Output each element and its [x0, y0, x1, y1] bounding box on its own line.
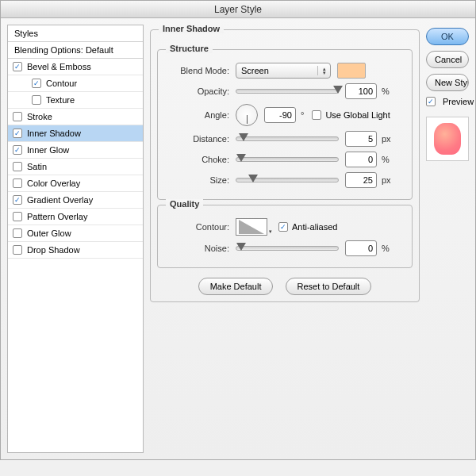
style-label: Contour: [46, 79, 77, 88]
style-label: Bevel & Emboss: [27, 62, 91, 71]
cancel-button[interactable]: Cancel: [426, 51, 469, 68]
contour-icon: [239, 220, 264, 234]
main-panel: Inner Shadow Structure Blend Mode: Scree…: [150, 25, 420, 453]
slider-thumb[interactable]: [248, 175, 258, 182]
style-item-color-overlay[interactable]: Color Overlay: [8, 175, 143, 192]
style-item-stroke[interactable]: Stroke: [8, 109, 143, 125]
blend-mode-label: Blend Mode:: [164, 66, 236, 75]
contour-label: Contour:: [164, 222, 236, 232]
new-style-button[interactable]: New Style...: [426, 74, 469, 91]
style-label: Inner Shadow: [27, 129, 81, 138]
titlebar: Layer Style: [1, 1, 475, 18]
noise-unit: %: [382, 244, 390, 253]
use-global-light-checkbox[interactable]: [312, 110, 321, 120]
choke-input[interactable]: [345, 152, 377, 167]
slider-thumb[interactable]: [236, 243, 246, 251]
style-checkbox[interactable]: [13, 212, 22, 221]
styles-header[interactable]: Styles: [8, 25, 143, 42]
style-checkbox[interactable]: [13, 195, 22, 205]
opacity-input[interactable]: [345, 83, 377, 99]
blend-mode-value: Screen: [241, 66, 269, 75]
style-label: Texture: [46, 95, 75, 105]
style-checkbox[interactable]: [13, 245, 22, 255]
styles-list: Bevel & EmbossContourTextureStrokeInner …: [8, 59, 143, 259]
distance-unit: px: [382, 134, 391, 144]
choke-label: Choke:: [164, 155, 236, 164]
style-item-contour[interactable]: Contour: [8, 75, 143, 92]
style-label: Gradient Overlay: [27, 195, 93, 205]
noise-input[interactable]: [345, 240, 377, 256]
reset-default-button[interactable]: Reset to Default: [286, 278, 372, 295]
style-label: Inner Glow: [27, 145, 69, 155]
style-item-satin[interactable]: Satin: [8, 159, 143, 175]
size-slider[interactable]: [236, 178, 339, 182]
style-item-bevel-emboss[interactable]: Bevel & Emboss: [8, 59, 143, 75]
blending-options-header[interactable]: Blending Options: Default: [8, 42, 143, 59]
angle-unit: °: [301, 110, 304, 120]
size-unit: px: [382, 175, 391, 185]
style-item-outer-glow[interactable]: Outer Glow: [8, 225, 143, 242]
style-item-inner-shadow[interactable]: Inner Shadow: [8, 125, 143, 142]
style-checkbox[interactable]: [13, 62, 22, 71]
opacity-label: Opacity:: [164, 86, 236, 96]
style-checkbox[interactable]: [13, 228, 22, 238]
preview-checkbox[interactable]: [426, 97, 436, 106]
style-label: Drop Shadow: [27, 245, 80, 255]
style-checkbox[interactable]: [13, 162, 22, 171]
choke-slider[interactable]: [236, 157, 339, 162]
slider-thumb[interactable]: [333, 86, 343, 94]
select-arrows-icon: ▴▾: [323, 67, 326, 75]
angle-input[interactable]: [264, 107, 296, 123]
inner-shadow-group: Inner Shadow Structure Blend Mode: Scree…: [150, 29, 420, 302]
structure-group: Structure Blend Mode: Screen ▴▾ Opacity:: [157, 49, 413, 200]
anti-aliased-label: Anti-aliased: [292, 222, 337, 232]
blend-mode-select[interactable]: Screen ▴▾: [236, 63, 331, 79]
preview-label: Preview: [443, 97, 474, 106]
style-label: Pattern Overlay: [27, 212, 87, 221]
style-checkbox[interactable]: [32, 79, 41, 88]
noise-label: Noise:: [164, 244, 236, 253]
style-item-texture[interactable]: Texture: [8, 92, 143, 109]
style-checkbox[interactable]: [32, 95, 41, 105]
style-label: Color Overlay: [27, 178, 80, 188]
styles-panel: Styles Blending Options: Default Bevel &…: [7, 25, 144, 453]
ok-button[interactable]: OK: [426, 28, 469, 45]
contour-picker[interactable]: [236, 218, 267, 236]
distance-input[interactable]: [345, 131, 377, 147]
style-checkbox[interactable]: [13, 129, 22, 138]
size-input[interactable]: [345, 172, 377, 188]
size-label: Size:: [164, 175, 236, 185]
style-label: Outer Glow: [27, 228, 71, 238]
make-default-button[interactable]: Make Default: [198, 278, 274, 295]
distance-label: Distance:: [164, 134, 236, 144]
choke-unit: %: [382, 155, 390, 164]
style-item-drop-shadow[interactable]: Drop Shadow: [8, 242, 143, 259]
default-buttons: Make Default Reset to Default: [157, 278, 413, 295]
noise-slider[interactable]: [236, 246, 339, 251]
layer-style-dialog: Layer Style Styles Blending Options: Def…: [0, 0, 476, 460]
inner-shadow-heading: Inner Shadow: [159, 24, 224, 33]
right-panel: OK Cancel New Style... Preview: [426, 25, 469, 453]
style-checkbox[interactable]: [13, 178, 22, 188]
slider-thumb[interactable]: [236, 154, 246, 162]
color-swatch[interactable]: [337, 63, 366, 79]
preview-swatch: [434, 123, 461, 155]
style-label: Stroke: [27, 112, 52, 121]
style-checkbox[interactable]: [13, 112, 22, 121]
slider-thumb[interactable]: [239, 133, 248, 141]
dialog-body: Styles Blending Options: Default Bevel &…: [1, 18, 475, 459]
style-item-gradient-overlay[interactable]: Gradient Overlay: [8, 192, 143, 209]
opacity-slider[interactable]: [236, 89, 339, 94]
angle-label: Angle:: [164, 110, 236, 120]
anti-aliased-checkbox[interactable]: [278, 222, 288, 232]
angle-dial[interactable]: [236, 104, 258, 126]
style-item-inner-glow[interactable]: Inner Glow: [8, 142, 143, 159]
opacity-unit: %: [382, 86, 390, 96]
contour-dropdown-icon[interactable]: ▾: [269, 228, 272, 236]
quality-title: Quality: [166, 199, 203, 209]
distance-slider[interactable]: [236, 136, 339, 141]
style-checkbox[interactable]: [13, 145, 22, 155]
use-global-light-label: Use Global Light: [325, 110, 390, 120]
style-label: Satin: [27, 162, 47, 171]
style-item-pattern-overlay[interactable]: Pattern Overlay: [8, 209, 143, 225]
